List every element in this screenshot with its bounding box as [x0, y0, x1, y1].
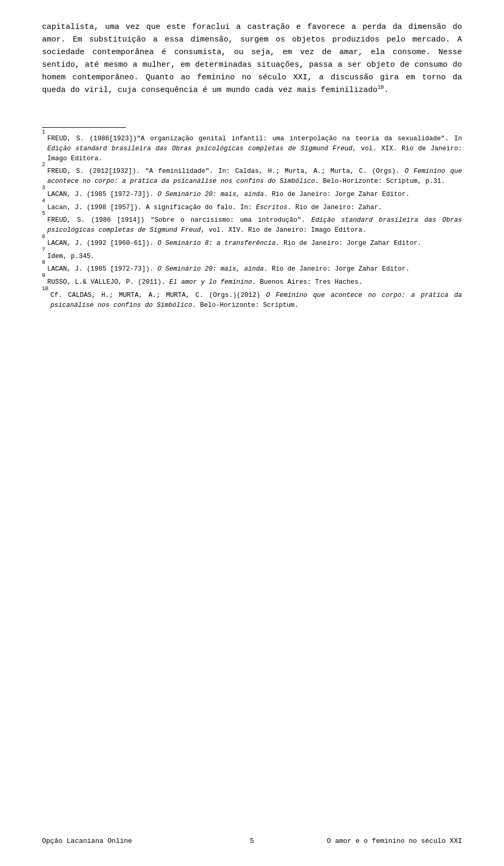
- footer-center: 5: [0, 837, 504, 845]
- footnote-number-9: 9: [42, 276, 45, 286]
- footnote-1: 1 FREUD, S. (1986[1923])"A organização g…: [42, 134, 462, 163]
- footnote-9: 9 RUSSO, L.& VALLEJO, P. (2011). El amor…: [42, 277, 462, 287]
- superscript-10: 10: [377, 85, 384, 90]
- main-text-block: capitalista, uma vez que este foraclui a…: [42, 21, 462, 101]
- footnote-7: 7 Idem, p.345.: [42, 252, 462, 262]
- footnote-number-1: 1: [42, 132, 45, 162]
- footnote-8: 8 LACAN, J. (1985 [1972-73]). O Seminári…: [42, 264, 462, 274]
- footnote-divider: [42, 127, 126, 128]
- footnote-number-3: 3: [42, 188, 45, 198]
- footnote-text-7: Idem, p.345.: [47, 252, 462, 262]
- footnote-text-1: FREUD, S. (1986[1923])"A organização gen…: [47, 134, 462, 163]
- main-paragraph: capitalista, uma vez que este foraclui a…: [42, 21, 462, 97]
- footnote-6: 6 LACAN, J. (1992 [1960-61]). O Seminári…: [42, 239, 462, 249]
- footnote-text-5: FREUD, S. (1986 [1914]) "Sobre o narcisi…: [47, 215, 462, 235]
- footnote-3: 3 LACAN, J. (1985 [1972-73]). O Seminári…: [42, 190, 462, 200]
- footnote-10: 10 Cf. CALDAS, H.; MURTA, A.; MURTA, C. …: [42, 291, 462, 311]
- footnote-5: 5 FREUD, S. (1986 [1914]) "Sobre o narci…: [42, 215, 462, 235]
- page-number: 5: [250, 837, 254, 845]
- footnote-text-10: Cf. CALDAS, H.; MURTA, A.; MURTA, C. (Or…: [50, 291, 462, 311]
- footnote-text-6: LACAN, J. (1992 [1960-61]). O Seminário …: [47, 239, 462, 249]
- footnote-text-3: LACAN, J. (1985 [1972-73]). O Seminário …: [47, 190, 462, 200]
- page-container: capitalista, uma vez que este foraclui a…: [0, 0, 504, 866]
- footnote-2: 2 FREUD, S. (2012[1932]). "A feminilidad…: [42, 167, 462, 187]
- footnote-text-2: FREUD, S. (2012[1932]). "A feminilidade"…: [47, 167, 462, 187]
- footnote-text-9: RUSSO, L.& VALLEJO, P. (2011). El amor y…: [47, 277, 462, 287]
- footnote-4: 4 Lacan, J. (1998 [1957]). A significaçã…: [42, 203, 462, 213]
- footnote-number-5: 5: [42, 214, 45, 234]
- footnotes-section: 1 FREUD, S. (1986[1923])"A organização g…: [42, 134, 462, 313]
- footnote-text-4: Lacan, J. (1998 [1957]). A significação …: [47, 203, 462, 213]
- footnote-number-2: 2: [42, 165, 45, 185]
- footnote-text-8: LACAN, J. (1985 [1972-73]). O Seminário …: [47, 264, 462, 274]
- footnote-number-8: 8: [42, 263, 45, 273]
- footnote-number-10: 10: [42, 289, 48, 309]
- footnote-number-4: 4: [42, 201, 45, 211]
- footnote-number-6: 6: [42, 237, 45, 247]
- footnote-number-7: 7: [42, 250, 45, 260]
